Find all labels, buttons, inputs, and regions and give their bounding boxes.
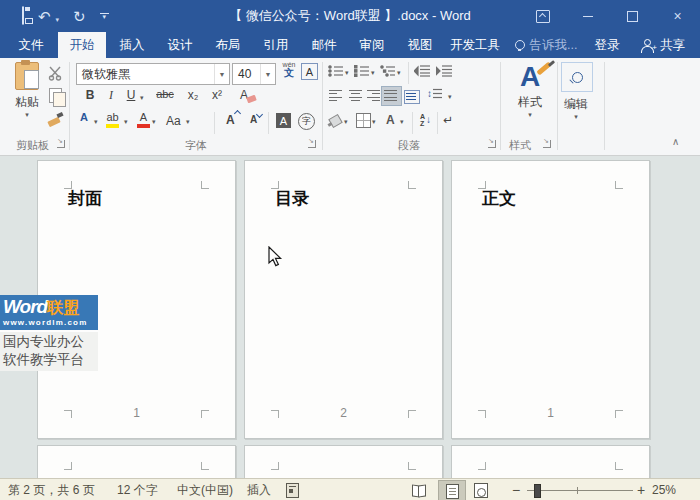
font-color-dropdown-icon[interactable]: ▾ bbox=[152, 118, 156, 125]
change-case-dropdown-icon[interactable]: ▾ bbox=[186, 118, 190, 125]
superscript-button[interactable]: x² bbox=[208, 88, 226, 102]
text-effects-button[interactable]: A bbox=[80, 112, 88, 123]
phonetic-guide-button[interactable]: wén 文 bbox=[280, 61, 298, 78]
justify-button[interactable] bbox=[384, 90, 397, 101]
shading-dropdown-icon[interactable]: ▾ bbox=[344, 118, 348, 125]
cut-button[interactable] bbox=[48, 66, 63, 81]
bullets-button[interactable] bbox=[328, 65, 344, 77]
zoom-in-button[interactable]: + bbox=[637, 479, 645, 500]
align-right-button[interactable] bbox=[367, 90, 380, 101]
maximize-icon[interactable] bbox=[610, 0, 655, 32]
zoom-out-button[interactable]: − bbox=[512, 479, 520, 500]
word-count[interactable]: 12 个字 bbox=[117, 479, 158, 500]
tab-file[interactable]: 文件 bbox=[8, 32, 54, 58]
zoom-slider-track[interactable] bbox=[527, 490, 633, 491]
format-painter-button[interactable] bbox=[47, 112, 63, 126]
tab-developer[interactable]: 开发工具 bbox=[444, 32, 506, 58]
minimize-icon[interactable] bbox=[565, 0, 610, 32]
document-canvas[interactable]: 封面 1 目录 2 正文 1 Word联 bbox=[0, 156, 700, 478]
asian-layout-button[interactable]: A bbox=[386, 113, 395, 127]
numbering-dropdown-icon[interactable]: ▾ bbox=[371, 69, 375, 76]
paragraph-dialog-launcher-icon[interactable] bbox=[488, 140, 496, 148]
scissors-icon bbox=[48, 66, 63, 81]
print-layout-button[interactable] bbox=[438, 480, 466, 500]
borders-button[interactable] bbox=[356, 113, 371, 128]
align-center-button[interactable] bbox=[349, 90, 362, 101]
page-number: 1 bbox=[38, 406, 235, 420]
clear-formatting-button[interactable]: A bbox=[240, 88, 248, 102]
insert-mode[interactable]: 插入 bbox=[247, 479, 271, 500]
styles-button[interactable]: A 样式 ▾ bbox=[506, 62, 554, 118]
editing-button[interactable]: 编辑 ▾ bbox=[561, 94, 591, 120]
decrease-indent-button[interactable] bbox=[414, 65, 431, 77]
increase-indent-button[interactable] bbox=[436, 65, 453, 77]
subscript-button[interactable]: x₂ bbox=[184, 88, 202, 102]
shading-button[interactable] bbox=[328, 114, 342, 126]
borders-dropdown-icon[interactable]: ▾ bbox=[372, 118, 376, 125]
page-indicator[interactable]: 第 2 页，共 6 页 bbox=[8, 479, 95, 500]
page-row2[interactable] bbox=[244, 445, 443, 478]
page-row2[interactable] bbox=[451, 445, 650, 478]
print-layout-icon bbox=[446, 484, 459, 499]
font-name-combo[interactable]: 微软雅黑 ▼ bbox=[76, 63, 230, 85]
font-name-dropdown-icon[interactable]: ▼ bbox=[214, 64, 229, 84]
tab-insert[interactable]: 插入 bbox=[110, 32, 154, 58]
align-left-button[interactable] bbox=[329, 90, 342, 101]
underline-button[interactable]: U bbox=[124, 88, 138, 102]
tab-design[interactable]: 设计 bbox=[158, 32, 202, 58]
zoom-slider-thumb[interactable] bbox=[534, 484, 541, 498]
italic-button[interactable]: I bbox=[104, 88, 118, 103]
font-dialog-launcher-icon[interactable] bbox=[308, 140, 316, 148]
underline-dropdown-icon[interactable]: ▾ bbox=[140, 94, 144, 101]
numbering-button[interactable] bbox=[354, 65, 370, 77]
styles-dialog-launcher-icon[interactable] bbox=[543, 140, 551, 148]
paste-button[interactable]: 粘贴 ▾ bbox=[8, 62, 46, 134]
tab-references[interactable]: 引用 bbox=[254, 32, 298, 58]
tab-mailings[interactable]: 邮件 bbox=[302, 32, 346, 58]
copy-button[interactable] bbox=[49, 88, 62, 103]
text-effects-dropdown-icon[interactable]: ▾ bbox=[94, 118, 98, 125]
sign-in-button[interactable]: 登录 bbox=[586, 32, 628, 58]
page-body[interactable]: 正文 1 bbox=[451, 160, 650, 439]
grow-font-button[interactable]: A bbox=[226, 113, 235, 127]
multilevel-list-button[interactable] bbox=[380, 65, 396, 77]
enclose-characters-button[interactable]: 字 bbox=[298, 113, 315, 130]
clipboard-dialog-launcher-icon[interactable] bbox=[57, 140, 65, 148]
ribbon-display-options-icon[interactable] bbox=[520, 0, 565, 32]
highlight-dropdown-icon[interactable]: ▾ bbox=[124, 118, 128, 125]
tab-layout[interactable]: 布局 bbox=[206, 32, 250, 58]
line-spacing-dropdown-icon[interactable]: ▾ bbox=[448, 93, 452, 100]
ribbon-tabs: 文件 开始 插入 设计 布局 引用 邮件 审阅 视图 开发工具 告诉我... 登… bbox=[0, 32, 700, 58]
character-border-button[interactable]: A bbox=[301, 63, 318, 80]
distribute-button[interactable] bbox=[404, 90, 420, 104]
change-case-button[interactable]: Aa bbox=[166, 114, 181, 128]
share-button[interactable]: + 共享 bbox=[630, 32, 696, 58]
asian-layout-dropdown-icon[interactable]: ▾ bbox=[400, 118, 404, 125]
sort-button[interactable]: AZ ↓ bbox=[420, 113, 431, 127]
page-row2[interactable] bbox=[37, 445, 236, 478]
language-indicator[interactable]: 中文(中国) bbox=[177, 479, 233, 500]
show-marks-button[interactable]: ↵ bbox=[443, 113, 453, 127]
page-toc[interactable]: 目录 2 bbox=[244, 160, 443, 439]
collapse-ribbon-icon[interactable]: ∧ bbox=[672, 136, 679, 147]
read-mode-button[interactable] bbox=[406, 480, 432, 500]
font-size-combo[interactable]: 40 ▼ bbox=[232, 63, 276, 85]
tab-home[interactable]: 开始 bbox=[58, 32, 106, 58]
tab-review[interactable]: 审阅 bbox=[350, 32, 394, 58]
tab-tell-me[interactable]: 告诉我... bbox=[508, 32, 584, 58]
tab-view[interactable]: 视图 bbox=[398, 32, 442, 58]
font-size-dropdown-icon[interactable]: ▼ bbox=[260, 64, 275, 84]
macro-record-icon[interactable] bbox=[286, 479, 299, 500]
bold-button[interactable]: B bbox=[82, 88, 98, 102]
multilevel-dropdown-icon[interactable]: ▾ bbox=[397, 69, 401, 76]
bullets-dropdown-icon[interactable]: ▾ bbox=[345, 69, 349, 76]
web-layout-button[interactable] bbox=[468, 480, 494, 500]
character-shading-button[interactable]: A bbox=[276, 113, 291, 128]
close-icon[interactable]: × bbox=[655, 0, 700, 32]
highlight-button[interactable]: ab bbox=[106, 112, 119, 128]
shrink-font-button[interactable]: A bbox=[250, 114, 257, 125]
strikethrough-button[interactable]: abc bbox=[152, 88, 178, 100]
font-color-button[interactable]: A bbox=[137, 112, 150, 128]
line-spacing-button[interactable]: ↕ bbox=[427, 88, 443, 99]
zoom-level[interactable]: 25% bbox=[652, 479, 676, 500]
